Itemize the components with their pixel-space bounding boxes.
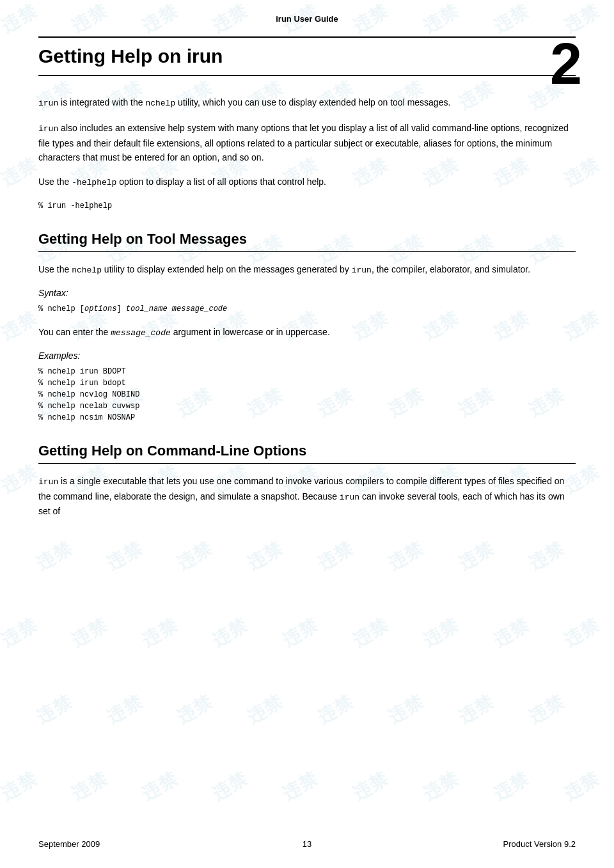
page-footer: September 2009 13 Product Version 9.2 (0, 839, 614, 849)
section-heading-command-line: Getting Help on Command-Line Options (38, 443, 576, 464)
irun-mention-2: irun (38, 124, 58, 134)
irun-ref-1: irun (352, 265, 372, 275)
chapter-title: Getting Help on irun (38, 45, 576, 67)
helphelp-code-block: % irun -helphelp (38, 200, 576, 212)
irun-ref-2: irun (38, 477, 58, 487)
section-heading-tool-messages: Getting Help on Tool Messages (38, 231, 576, 252)
footer-product-version: Product Version 9.2 (503, 839, 576, 849)
message-code-arg: message_code (111, 328, 171, 338)
example-line-1: % nchelp irun BDOPT (38, 366, 576, 377)
chapter-heading: Getting Help on irun (38, 36, 576, 76)
nchelp-mention: nchelp (145, 99, 175, 108)
example-line-3: % nchelp ncvlog NOBIND (38, 389, 576, 400)
tool-messages-intro: Use the nchelp utility to display extend… (38, 262, 576, 278)
command-line-intro: irun is a single executable that lets yo… (38, 474, 576, 519)
examples-label: Examples: (38, 351, 576, 361)
message-code-text: You can enter the message_code argument … (38, 325, 576, 340)
syntax-label: Syntax: (38, 288, 576, 298)
chapter-number: 2 (550, 35, 582, 93)
examples-code-block: % nchelp irun BDOPT % nchelp irun bdopt … (38, 366, 576, 423)
content-area: Getting Help on irun irun is integrated … (0, 36, 614, 519)
irun-ref-3: irun (340, 493, 359, 502)
header-title: irun User Guide (276, 14, 338, 24)
footer-page-number: 13 (303, 839, 311, 849)
helphelp-option: -helphelp (72, 178, 116, 187)
intro-paragraph-1: irun is integrated with the nchelp utili… (38, 95, 576, 111)
footer-date: September 2009 (38, 839, 100, 849)
nchelp-ref-1: nchelp (72, 265, 102, 275)
irun-mention-1: irun (38, 99, 58, 108)
example-line-5: % nchelp ncsim NOSNAP (38, 412, 576, 423)
intro-paragraph-2: irun also includes an extensive help sys… (38, 121, 576, 165)
helphelp-intro-text: Use the -helphelp option to display a li… (38, 175, 576, 190)
page-wrapper: irun User Guide 2 Getting Help on irun i… (0, 0, 614, 868)
page-header: irun User Guide (0, 0, 614, 30)
example-line-2: % nchelp irun bdopt (38, 377, 576, 389)
syntax-code-line: % nchelp [options] tool_name message_cod… (38, 303, 576, 315)
helphelp-code-line: % irun -helphelp (38, 200, 576, 212)
example-line-4: % nchelp ncelab cuvwsp (38, 400, 576, 412)
syntax-code-block: % nchelp [options] tool_name message_cod… (38, 303, 576, 315)
